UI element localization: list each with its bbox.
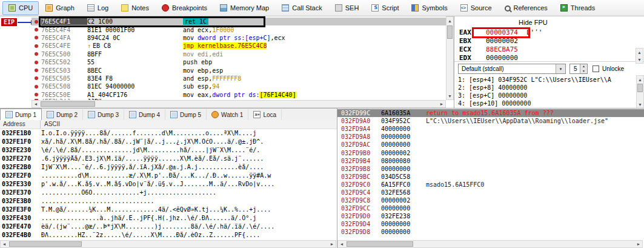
disasm-row[interactable]: 76E5C50255push ebp <box>32 58 446 66</box>
stack-row[interactable]: 032FD9CC00000000 <box>337 204 644 212</box>
toolbar-tab-threads[interactable]: Threads <box>554 1 601 15</box>
dump-row[interactable]: 032FE470èä/.(jw¨....@æ/..Þ*jX\M........)… <box>0 222 337 230</box>
stack-horizontal-scrollbar[interactable]: ◄ ► <box>337 240 643 248</box>
dump-row[interactable]: 032FE230\é/.\é/.8å/..............jd\M...… <box>0 146 337 154</box>
stack-row[interactable]: 032FD9BC034D5C58 <box>337 173 644 181</box>
dump-tab-watch-1[interactable]: Watch 1 <box>207 109 248 120</box>
stack-row[interactable]: 032FD9B800000000 <box>337 165 644 173</box>
scroll-thumb[interactable] <box>9 241 82 247</box>
chevron-down-icon[interactable]: ▼ <box>556 64 565 73</box>
disasm-row[interactable]: 76E5C4FE↑EB C8jmp kernelbase.76E5C4C8 <box>32 42 446 50</box>
toolbar-tab-seh[interactable]: SEH <box>329 1 365 15</box>
toolbar-tab-graph[interactable]: Graph <box>39 1 81 15</box>
disasm-row[interactable]: 76E5C50881EC 94000000sub esp,94 <box>32 82 446 90</box>
scroll-right-button[interactable]: ► <box>328 241 336 247</box>
scroll-up-button[interactable]: ▲ <box>446 17 453 24</box>
unlocked-checkbox[interactable] <box>593 65 599 72</box>
dump-row[interactable]: 032FE1F0xå/.hå/.X\M.8å/.hå/.8å/..jW¨|å/.… <box>0 137 337 146</box>
disasm-row[interactable]: 76E5C4F1C2 1C00ret 1C <box>32 18 446 25</box>
breakpoint-gutter[interactable] <box>32 69 41 72</box>
stack-row[interactable]: 032FD9B408000080 <box>337 157 644 165</box>
breakpoint-gutter[interactable] <box>32 61 41 64</box>
disasm-row[interactable]: 76E5C5038BECmov ebp,esp <box>32 66 446 74</box>
breakpoint-gutter[interactable] <box>32 76 41 80</box>
disasm-row[interactable]: 76E5C4FA894C24 0Cmov dword ptr ss:[esp+C… <box>32 34 446 42</box>
dump-row[interactable]: 032FE1B0Ï.o.Ï.o.ÿÿÿÿ....8å/......f......… <box>0 129 337 137</box>
scroll-down-button[interactable]: ▼ <box>637 101 643 108</box>
toolbar-tab-script[interactable]: Script <box>365 1 405 15</box>
scroll-track[interactable] <box>446 24 453 92</box>
stack-row[interactable]: 032FD9C800000002 <box>337 196 644 204</box>
scroll-track[interactable] <box>39 101 438 107</box>
argument-row[interactable]: 1: [esp+4] 034F952C L"C:\\Users\\IEUser\… <box>458 76 635 84</box>
stack-row[interactable]: 032FD9D400000000 <box>337 220 644 228</box>
stack-row[interactable]: 032FD9AC00000000 <box>337 141 644 149</box>
disasm-vertical-scrollbar[interactable]: ▲ ▼ <box>446 16 454 100</box>
arguments-scrollbar[interactable]: ▲ ▼ <box>636 75 644 108</box>
hide-fpu-button[interactable]: Hide FPU <box>519 19 548 26</box>
breakpoint-gutter[interactable] <box>32 36 41 39</box>
scroll-thumb[interactable] <box>347 241 413 247</box>
stack-row[interactable]: 032FD9C4032FE568 <box>337 189 644 196</box>
scroll-down-button[interactable]: ▼ <box>446 92 453 99</box>
register-row[interactable]: EDX00000000 <box>459 53 631 62</box>
dump-row[interactable]: 032FE3F0T.M.@å/......¼K...M.............… <box>0 205 337 213</box>
calling-convention-select[interactable]: Default (stdcall) ▼ <box>458 64 566 74</box>
toolbar-tab-log[interactable]: Log <box>81 1 115 15</box>
dump-row[interactable]: 032FE2F0..........d\M...........æ/.X\M.p… <box>0 171 337 179</box>
breakpoint-gutter[interactable] <box>32 85 41 89</box>
scroll-left-button[interactable]: ◄ <box>32 101 39 107</box>
disasm-row[interactable]: 76E5C50EA1 404CF176mov eax,dword ptr ds:… <box>32 91 446 99</box>
toolbar-tab-symbols[interactable]: Symbols <box>405 1 453 15</box>
breakpoint-gutter[interactable] <box>32 44 41 48</box>
stack-row[interactable]: 032FD9A800000000 <box>337 133 644 141</box>
stack-row[interactable]: 032FD9D800000000 <box>337 228 644 236</box>
stack-row[interactable]: 032FD99C6A16035Areturn to msado15.6A1603… <box>337 109 644 117</box>
dump-row[interactable]: 032FE2B0ÏjW¨X\M....¨é/..6.jÿÿÿÿ,å/.ïÄ.jX… <box>0 163 337 171</box>
register-row[interactable]: ECX88ECBA75 <box>459 45 631 53</box>
breakpoint-gutter[interactable] <box>32 93 41 96</box>
breakpoint-gutter[interactable] <box>32 52 41 56</box>
dump-horizontal-scrollbar[interactable]: ◄ ► <box>0 240 336 248</box>
dump-row[interactable]: 032FE3B0............................... <box>0 196 337 205</box>
register-row[interactable]: EBX00000002 <box>459 36 631 45</box>
stack-row[interactable]: 032FD9A0034F952CL"C:\\Users\\IEUser\\App… <box>337 117 644 125</box>
breakpoint-gutter[interactable] <box>32 28 41 32</box>
scroll-track[interactable] <box>8 241 328 247</box>
dump-tab-dump-2[interactable]: Dump 2 <box>42 109 83 120</box>
scroll-right-button[interactable]: ► <box>635 241 642 247</box>
stack-row[interactable]: 032FD9C06A15FFC0msado15.6A15FFC0 <box>337 181 644 189</box>
breakpoint-gutter[interactable] <box>32 20 41 24</box>
disasm-row[interactable]: 76E5C4F481E1 00001F00and ecx,1F0000 <box>32 25 446 33</box>
toolbar-tab-references[interactable]: References <box>499 1 554 15</box>
argument-row[interactable]: 4: [esp+10] 00000000 <box>458 100 635 108</box>
scroll-thumb[interactable] <box>447 25 453 39</box>
disasm-horizontal-scrollbar[interactable]: ◄ ► <box>32 100 446 108</box>
dump-tab-dump-1[interactable]: Dump 1 <box>0 109 42 120</box>
spinner-buttons[interactable]: ▲▼ <box>580 64 587 73</box>
dump-row[interactable]: 032FE330p'.w.å/...K.å§.v..M.å§.vDo|v¨å/.… <box>0 179 337 188</box>
spin-down-icon[interactable]: ▼ <box>580 69 587 74</box>
spin-up-icon[interactable]: ▲ <box>580 64 587 69</box>
scroll-thumb[interactable] <box>41 101 95 107</box>
registers-scrollbar[interactable]: ▲ ▼ <box>636 48 643 64</box>
dump-tab-dump-3[interactable]: Dump 3 <box>83 109 124 120</box>
dump-row[interactable]: 032FE430................à..jhä/.Ë..jPF{.… <box>0 213 337 222</box>
ascii-column-header[interactable]: ASCII <box>44 121 60 127</box>
register-row[interactable]: EAX00000374L'ʹ' <box>459 28 631 36</box>
toolbar-tab-breakpoints[interactable]: Breakpoints <box>156 1 213 15</box>
address-column-header[interactable]: Address <box>3 121 25 127</box>
scroll-track[interactable] <box>637 83 643 101</box>
argument-count-spinner[interactable]: 5 ▲▼ <box>569 64 588 74</box>
toolbar-tab-notes[interactable]: Notes <box>115 1 155 15</box>
stack-row[interactable]: 032FD9D0032FE238 <box>337 212 644 220</box>
argument-row[interactable]: 3: [esp+C] 00000000 <box>458 92 635 100</box>
scroll-down-button[interactable]: ▼ <box>636 56 643 63</box>
toolbar-tab-source[interactable]: Source <box>454 1 498 15</box>
dump-row[interactable]: 032FE370...........Ô6O.............+j...… <box>0 188 337 196</box>
disasm-row[interactable]: 76E5C5008BFFmov edi,edi <box>32 50 446 58</box>
dump-tab-dump-4[interactable]: Dump 4 <box>124 109 165 120</box>
scroll-up-button[interactable]: ▲ <box>637 76 643 83</box>
scroll-up-button[interactable]: ▲ <box>636 49 643 56</box>
scroll-right-button[interactable]: ► <box>438 101 445 107</box>
